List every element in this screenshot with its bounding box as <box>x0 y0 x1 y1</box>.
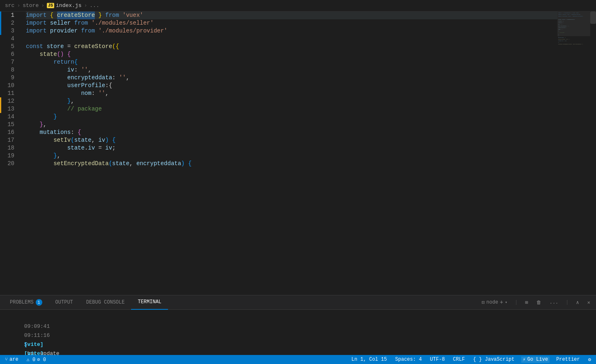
breadcrumb-ellipsis: ... <box>90 2 99 9</box>
line-num-10: 10 <box>1 82 18 90</box>
tab-output[interactable]: OUTPUT <box>49 295 80 310</box>
line-num-6: 6 <box>1 51 18 58</box>
status-errors[interactable]: ⚠ 0 ⊘ 0 <box>25 357 48 363</box>
editor-container: 1 2 3 4 5 6 7 8 9 10 11 12 13 14 15 16 1… <box>0 12 596 295</box>
tab-debug-console[interactable]: DEBUG CONSOLE <box>80 295 131 310</box>
line-num-12: 12 <box>1 97 18 105</box>
code-line-10: userProfile:{ <box>26 82 557 90</box>
line-num-9: 9 <box>1 74 18 82</box>
spaces-label: Spaces: 4 <box>395 357 422 362</box>
editor-scrollbar[interactable] <box>590 12 596 295</box>
line-num-15: 15 <box>1 121 18 129</box>
status-bar: ⑂ are ⚠ 0 ⊘ 0 Ln 1, Col 15 Spaces: 4 UTF… <box>0 355 596 364</box>
terminal-content: 09:09:41 [vite] hmr update /src/views/Da… <box>0 310 596 355</box>
code-line-15: }, <box>26 121 557 129</box>
prettier-label: Prettier <box>556 357 580 362</box>
terminal-trash-btn[interactable]: 🗑 <box>534 299 544 306</box>
code-line-9: encrypteddata: '', <box>26 74 557 82</box>
status-right: Ln 1, Col 15 Spaces: 4 UTF-8 CRLF { } Ja… <box>350 357 593 363</box>
breadcrumb-filename[interactable]: index.js <box>56 2 81 9</box>
status-branch[interactable]: ⑂ are <box>3 357 20 362</box>
line-num-19: 19 <box>1 152 18 160</box>
js-icon: JS <box>47 3 54 8</box>
code-line-11: nom: '', <box>26 90 557 97</box>
code-line-19: }, <box>26 152 557 160</box>
line-num-11: 11 <box>1 90 18 97</box>
status-left: ⑂ are ⚠ 0 ⊘ 0 <box>3 357 48 363</box>
golive-icon: ⚡ <box>523 357 526 363</box>
terminal-tabs: PROBLEMS 1 OUTPUT DEBUG CONSOLE TERMINAL… <box>0 295 596 310</box>
status-spaces[interactable]: Spaces: 4 <box>393 357 423 362</box>
golive-label: Go Live <box>527 357 548 362</box>
status-golive[interactable]: ⚡ Go Live <box>521 357 550 363</box>
line-num-1: 1 <box>1 12 18 19</box>
terminal-close-btn[interactable]: ✕ <box>585 299 593 306</box>
settings-icon: ⚙ <box>588 357 591 363</box>
code-line-20: setEncryptedData(state, encrypteddata) { <box>26 160 557 168</box>
status-encoding[interactable]: UTF-8 <box>428 357 446 362</box>
branch-icon: ⑂ <box>5 357 8 362</box>
eol-label: CRLF <box>453 357 465 362</box>
code-line-3: import provider from './modules/provider… <box>26 27 557 35</box>
terminal-more-btn[interactable]: ... <box>547 299 561 306</box>
code-line-14: } <box>26 113 557 121</box>
code-line-5: const store = createStore({ <box>26 43 557 51</box>
code-line-17: setIv(state, iv) { <box>26 136 557 144</box>
code-line-13: // package <box>26 105 557 113</box>
ln-col-label: Ln 1, Col 15 <box>352 357 387 362</box>
terminal-log-2: 09:11:16 [vite] hmr update /src/views/Da… <box>5 322 591 331</box>
code-line-6: state() { <box>26 51 557 58</box>
terminal-cursor-line: $ <box>5 331 591 340</box>
terminal-up-btn[interactable]: ∧ <box>574 299 582 306</box>
line-num-3: 3 <box>1 27 18 35</box>
code-line-16: mutations: { <box>26 129 557 136</box>
line-num-13: 13 <box>1 105 18 113</box>
code-line-7: return{ <box>26 58 557 66</box>
line-num-4: 4 <box>1 35 18 43</box>
status-language[interactable]: { } JavaScript <box>472 357 516 362</box>
language-label: { } JavaScript <box>473 357 515 362</box>
line-num-5: 5 <box>1 43 18 51</box>
tab-problems[interactable]: PROBLEMS 1 <box>3 295 49 310</box>
problems-badge: 1 <box>36 299 42 306</box>
tab-terminal[interactable]: TERMINAL <box>131 295 168 310</box>
code-line-2: import seller from './modules/seller' <box>26 19 557 27</box>
code-line-1: import { createStore } from 'vuex' <box>26 12 557 19</box>
line-num-14: 14 <box>1 113 18 121</box>
line-num-16: 16 <box>1 129 18 136</box>
breadcrumb-src[interactable]: src <box>5 2 14 9</box>
terminal-actions: ⊡ node + ▾ | ⊞ 🗑 ... | ∧ ✕ <box>479 298 593 306</box>
breadcrumb-store[interactable]: store <box>23 2 39 9</box>
terminal-panel: PROBLEMS 1 OUTPUT DEBUG CONSOLE TERMINAL… <box>0 295 596 355</box>
terminal-node-btn[interactable]: ⊡ node + ▾ <box>479 298 510 306</box>
status-prettier[interactable]: Prettier <box>555 357 582 362</box>
terminal-log-1: 09:09:41 [vite] hmr update /src/views/Da… <box>5 313 591 322</box>
breadcrumb-bar: src › store › JS index.js › ... <box>0 0 596 12</box>
status-branch-label: are <box>9 357 18 362</box>
line-num-17: 17 <box>1 136 18 144</box>
code-line-8: iv: '', <box>26 66 557 74</box>
status-ln-col[interactable]: Ln 1, Col 15 <box>350 357 389 362</box>
terminal-split-btn[interactable]: ⊞ <box>522 299 530 306</box>
code-line-12: }, <box>26 97 557 105</box>
encoding-label: UTF-8 <box>430 357 445 362</box>
code-line-4 <box>26 35 557 43</box>
status-eol[interactable]: CRLF <box>451 357 467 362</box>
line-num-20: 20 <box>1 160 18 168</box>
line-numbers: 1 2 3 4 5 6 7 8 9 10 11 12 13 14 15 16 1… <box>1 12 24 295</box>
line-num-8: 8 <box>1 66 18 74</box>
line-num-2: 2 <box>1 19 18 27</box>
minimap[interactable]: import { createStore } from 'vuex' impor… <box>557 12 590 295</box>
code-editor[interactable]: import { createStore } from 'vuex' impor… <box>24 12 557 295</box>
code-line-18: state.iv = iv; <box>26 144 557 152</box>
status-settings[interactable]: ⚙ <box>587 357 593 363</box>
line-num-18: 18 <box>1 144 18 152</box>
line-num-7: 7 <box>1 58 18 66</box>
